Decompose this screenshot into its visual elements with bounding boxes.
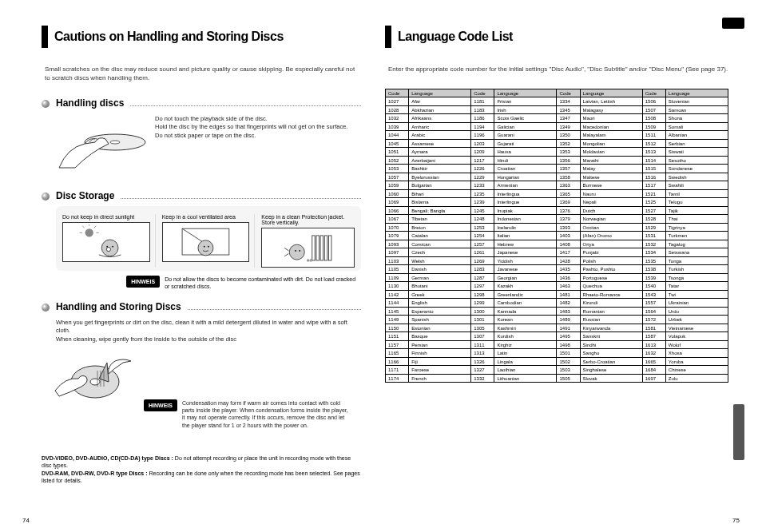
code-cell: 1233 xyxy=(471,181,494,190)
table-row: 1057Byelorussian1229Hungarian1358Maltese… xyxy=(386,173,728,181)
lead-text-right: Enter the appropriate code number for th… xyxy=(388,66,728,74)
language-cell: Scots Gaelic xyxy=(494,114,557,123)
language-cell: Tsonga xyxy=(665,273,728,282)
code-cell: 1528 xyxy=(642,215,665,224)
language-cell: Faroese xyxy=(409,366,471,375)
code-cell: 1356 xyxy=(557,156,580,165)
side-tab-icon xyxy=(733,404,744,460)
storage-note: HINWEIS Do not allow the discs to become… xyxy=(56,276,361,290)
code-cell: 1517 xyxy=(642,181,665,190)
table-row: 1093Corsican1257Hebrew1408Oriya1532Tagal… xyxy=(386,240,728,248)
table-header: Language xyxy=(409,89,471,97)
code-cell: 1508 xyxy=(642,114,665,123)
language-cell: Laothian xyxy=(494,366,557,375)
table-row: 1157Persian1311Kirghiz1498Sindhi1613Wolo… xyxy=(386,340,728,349)
language-cell: Abkhazian xyxy=(409,105,471,114)
code-cell: 1059 xyxy=(386,181,409,190)
code-cell: 1538 xyxy=(642,265,665,274)
code-cell: 1226 xyxy=(471,165,494,173)
ventilated-disc-icon xyxy=(162,222,250,262)
language-cell: Quechua xyxy=(580,282,642,291)
language-cell: Mongolian xyxy=(580,139,642,148)
table-row: 1150Estonian1305Kashmiri1491Kinyarwanda1… xyxy=(386,324,728,332)
table-row: 1044Arabic1196Guarani1350Malayalam1511Al… xyxy=(386,131,728,140)
bullet-icon xyxy=(42,193,50,200)
language-cell: Italian xyxy=(494,232,557,240)
language-cell: Afar xyxy=(409,97,471,106)
code-cell: 1157 xyxy=(386,340,409,349)
section-head-handling-storing: Handling and Storing Discs xyxy=(42,301,361,312)
code-cell: 1525 xyxy=(642,198,665,207)
code-cell: 1253 xyxy=(471,223,494,232)
language-cell: Sangho xyxy=(580,349,642,358)
code-cell: 1495 xyxy=(557,332,580,341)
code-cell: 1369 xyxy=(557,198,580,207)
code-cell: 1581 xyxy=(642,324,665,332)
code-cell: 1299 xyxy=(471,299,494,308)
table-row: 1066Bengali; Bangla1245Inupiak1376Dutch1… xyxy=(386,206,728,215)
table-row: 1070Breton1253Icelandic1393Occitan1529Ti… xyxy=(386,223,728,232)
language-cell: Malayalam xyxy=(580,131,642,140)
code-cell: 1109 xyxy=(386,273,409,282)
page-tab-icon xyxy=(722,18,744,29)
code-cell: 1044 xyxy=(386,131,409,140)
code-cell: 1483 xyxy=(557,307,580,316)
code-cell: 1503 xyxy=(557,366,580,375)
section-head-storage: Disc Storage xyxy=(42,190,361,201)
language-cell: Lingala xyxy=(494,357,557,366)
code-cell: 1512 xyxy=(642,139,665,148)
language-cell: Dutch xyxy=(580,206,642,215)
svg-rect-21 xyxy=(329,236,331,260)
language-cell: Armenian xyxy=(494,181,557,190)
language-cell: Malagasy xyxy=(580,105,642,114)
code-cell: 1505 xyxy=(557,374,580,383)
code-cell: 1183 xyxy=(471,105,494,114)
language-cell: Bihari xyxy=(409,189,471,198)
table-row: 1032Afrikaans1186Scots Gaelic1347Maori15… xyxy=(386,114,728,123)
language-cell: Norwegian xyxy=(580,215,642,224)
language-cell: Swahili xyxy=(665,181,728,190)
code-cell: 1376 xyxy=(557,206,580,215)
language-cell: Kirundi xyxy=(580,299,642,308)
code-cell: 1501 xyxy=(557,349,580,358)
code-cell: 1534 xyxy=(642,248,665,257)
language-cell: Nauru xyxy=(580,189,642,198)
code-cell: 1521 xyxy=(642,189,665,198)
language-cell: Macedonian xyxy=(580,122,642,131)
language-cell: Shona xyxy=(665,114,728,123)
language-cell: Georgian xyxy=(494,273,557,282)
table-row: 1174French1332Lithuanian1505Slovak1697Zu… xyxy=(386,374,728,383)
code-cell: 1103 xyxy=(386,256,409,265)
language-cell: Cambodian xyxy=(494,299,557,308)
table-row: 1109German1287Georgian1436Portuguese1539… xyxy=(386,273,728,282)
code-cell: 1697 xyxy=(642,374,665,383)
code-cell: 1357 xyxy=(557,165,580,173)
code-cell: 1514 xyxy=(642,156,665,165)
code-cell: 1248 xyxy=(471,215,494,224)
code-cell: 1057 xyxy=(386,173,409,181)
storage-card: Do not keep in direct sunlight Keep in a… xyxy=(56,206,361,271)
page-number: 74 xyxy=(22,517,30,524)
language-cell: German xyxy=(409,273,471,282)
code-cell: 1039 xyxy=(386,122,409,131)
code-cell: 1531 xyxy=(642,232,665,240)
table-row: 1059Bulgarian1233Armenian1363Burmese1517… xyxy=(386,181,728,190)
code-cell: 1149 xyxy=(386,316,409,324)
svg-rect-17 xyxy=(312,236,315,260)
language-cell: Bhutani xyxy=(409,282,471,291)
language-cell: (Afan) Oromo xyxy=(580,232,642,240)
wipe-disc-icon xyxy=(51,347,147,403)
table-row: 1053Bashkir1226Croatian1357Malay1515Sund… xyxy=(386,165,728,173)
code-cell: 1334 xyxy=(557,97,580,106)
language-cell: Polish xyxy=(580,256,642,265)
language-cell: Guarani xyxy=(494,131,557,140)
language-cell: Finnish xyxy=(409,349,471,358)
hint-chip: HINWEIS xyxy=(126,276,160,288)
language-cell: Wolof xyxy=(665,340,728,349)
code-cell: 1060 xyxy=(386,189,409,198)
language-cell: Sundanese xyxy=(665,165,728,173)
language-cell: Amharic xyxy=(409,122,471,131)
language-cell: Latvian, Lettish xyxy=(580,97,642,106)
code-cell: 1587 xyxy=(642,332,665,341)
code-cell: 1053 xyxy=(386,165,409,173)
